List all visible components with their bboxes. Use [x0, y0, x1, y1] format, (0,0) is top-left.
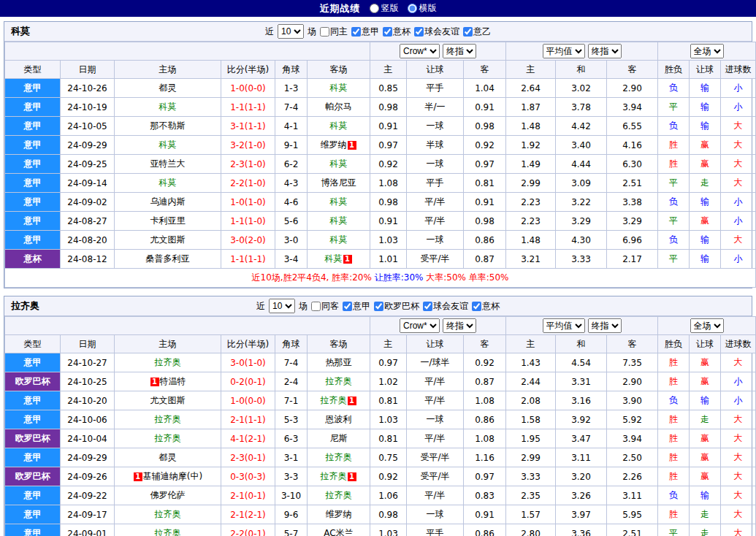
same-venue-checkbox-input[interactable] — [311, 302, 321, 311]
avg-away-odds-cell: 3.29 — [607, 212, 658, 231]
column-header: 主 — [370, 335, 407, 353]
goals-cell: 大 — [721, 155, 756, 174]
home-odds-cell: 0.81 — [370, 429, 407, 448]
team-link: 拉齐奥 — [326, 490, 352, 500]
match-row: 欧罗巴杯24-10-251特温特0-2(0-1)2-4拉齐奥1.02平/半0.8… — [5, 372, 756, 391]
avg-away-odds-cell: 3.94 — [607, 429, 658, 448]
goals-cell: 小 — [721, 193, 756, 212]
odds-time-select[interactable]: 终指 — [443, 318, 476, 333]
result-cell: 负 — [658, 231, 690, 250]
bookmaker-select[interactable]: Crow* — [400, 44, 440, 58]
odds-time-select[interactable]: 终指 — [443, 44, 476, 58]
league-filter-checkbox[interactable]: 意甲 — [343, 300, 370, 313]
score-cell: 3-0(1-0) — [221, 353, 275, 372]
date-cell: 24-09-14 — [61, 174, 115, 193]
avg-away-odds-cell: 6.55 — [607, 117, 658, 136]
league-filter-checkbox-label: 意甲 — [353, 300, 370, 313]
score-cell: 1-1(1-1) — [221, 250, 275, 269]
average-select[interactable]: 平均值 — [543, 318, 585, 333]
league-filter-checkbox-input[interactable] — [463, 27, 473, 37]
match-row: 意甲24-08-20尤文图斯3-0(2-0)3-0科莫1.03一球0.861.4… — [5, 231, 756, 250]
column-header: 角球 — [275, 335, 308, 353]
league-filter-checkbox-input[interactable] — [414, 27, 424, 37]
away-team-cell: 热那亚 — [308, 353, 370, 372]
team-sections: 科莫近10场同主意甲意杯球会友谊意乙Crow*终指平均值终指全场类型日期主场比分… — [0, 21, 756, 536]
avg-home-odds-cell: 1.92 — [506, 136, 556, 155]
score-cell: 2-1(2-1) — [221, 505, 275, 524]
team-link: 博洛尼亚 — [321, 177, 356, 188]
home-odds-cell: 0.91 — [370, 212, 407, 231]
same-venue-checkbox[interactable]: 同主 — [320, 26, 348, 38]
handicap-result-cell: 走 — [690, 410, 721, 429]
match-row: 意甲24-10-06拉齐奥2-1(1-1)5-3恩波利1.03一球0.861.5… — [5, 410, 756, 429]
league-filter-checkbox-input[interactable] — [343, 302, 352, 311]
layout-horizontal-option[interactable]: 横版 — [408, 2, 437, 15]
avg-draw-odds-cell: 3.47 — [556, 429, 607, 448]
league-filter-checkbox-input[interactable] — [383, 27, 392, 37]
scope-select[interactable]: 全场 — [690, 44, 724, 58]
league-filter-checkbox-input[interactable] — [472, 302, 481, 311]
league-filter-checkbox[interactable]: 意杯 — [472, 300, 500, 313]
home-team-cell: 都灵 — [115, 79, 221, 98]
handicap-result-cell: 输 — [690, 98, 721, 117]
results-title-bar: 近期战绩 竖版 横版 — [0, 0, 756, 17]
goals-cell: 小 — [721, 391, 756, 410]
home-odds-cell: 0.91 — [370, 117, 407, 136]
recent-count-select[interactable]: 10 — [278, 24, 304, 39]
league-cell: 意甲 — [5, 117, 61, 136]
avg-draw-odds-cell: 3.92 — [556, 410, 607, 429]
layout-vertical-option[interactable]: 竖版 — [370, 2, 399, 15]
scope-dropdown-cell: 全场 — [658, 317, 756, 335]
away-team-cell: 科莫 — [308, 117, 370, 136]
avg-draw-odds-cell: 3.78 — [556, 98, 607, 117]
league-cell: 意甲 — [5, 98, 61, 117]
recent-count-select[interactable]: 10 — [269, 299, 295, 313]
handicap-result-cell: 赢 — [690, 155, 721, 174]
league-filter-checkbox-input[interactable] — [351, 27, 361, 37]
team-link: 桑普多利亚 — [146, 253, 190, 264]
away-team-cell: 拉齐奥 — [308, 448, 370, 467]
avg-draw-odds-cell: 4.30 — [556, 231, 607, 250]
league-filter-checkbox-input[interactable] — [423, 302, 432, 311]
avg-home-odds-cell: 2.23 — [506, 212, 556, 231]
scope-select[interactable]: 全场 — [690, 318, 724, 333]
average-time-select[interactable]: 终指 — [588, 318, 622, 333]
result-cell: 胜 — [658, 353, 690, 372]
away-odds-cell: 0.98 — [464, 117, 506, 136]
avg-away-odds-cell: 2.51 — [607, 174, 658, 193]
league-filter-checkbox[interactable]: 意乙 — [463, 26, 491, 38]
handicap-result-cell: 输 — [690, 486, 721, 505]
same-venue-checkbox[interactable]: 同客 — [311, 300, 339, 313]
corner-cell: 3-10 — [275, 486, 308, 505]
horizontal-layout-radio[interactable] — [408, 4, 417, 13]
away-team-cell: 拉齐奥1 — [308, 391, 370, 410]
league-filter-checkbox-label: 球会友谊 — [424, 26, 459, 38]
avg-draw-odds-cell: 3.97 — [556, 505, 607, 524]
home-odds-cell: 0.98 — [370, 505, 407, 524]
filter-controls: 近10场同主意甲意杯球会友谊意乙 — [265, 24, 491, 39]
league-filter-checkbox[interactable]: 球会友谊 — [423, 300, 468, 313]
average-time-select[interactable]: 终指 — [588, 44, 622, 58]
bookmaker-select[interactable]: Crow* — [400, 318, 440, 333]
avg-away-odds-cell: 2.90 — [607, 79, 658, 98]
league-filter-checkbox-label: 意甲 — [362, 26, 379, 38]
avg-draw-odds-cell: 3.33 — [556, 250, 607, 269]
team-link: 科莫 — [330, 196, 348, 207]
away-odds-cell: 0.83 — [464, 486, 506, 505]
match-row: 意甲24-09-29科莫3-2(1-0)9-1维罗纳10.97半球0.921.9… — [5, 136, 756, 155]
same-venue-checkbox-input[interactable] — [320, 27, 329, 37]
average-select[interactable]: 平均值 — [543, 44, 585, 58]
league-filter-checkbox[interactable]: 球会友谊 — [414, 26, 459, 38]
result-cell: 胜 — [658, 155, 690, 174]
league-filter-checkbox-input[interactable] — [374, 302, 383, 311]
league-filter-checkbox[interactable]: 意甲 — [351, 26, 379, 38]
column-header: 和 — [556, 335, 607, 353]
league-cell: 意甲 — [5, 505, 61, 524]
league-cell: 意甲 — [5, 174, 61, 193]
league-filter-checkbox[interactable]: 欧罗巴杯 — [374, 300, 419, 313]
team-link: 拉齐奥 — [155, 509, 181, 519]
avg-home-odds-cell: 2.99 — [506, 448, 556, 467]
vertical-layout-radio[interactable] — [370, 4, 379, 13]
date-cell: 24-09-22 — [61, 486, 115, 505]
league-filter-checkbox[interactable]: 意杯 — [383, 26, 411, 38]
